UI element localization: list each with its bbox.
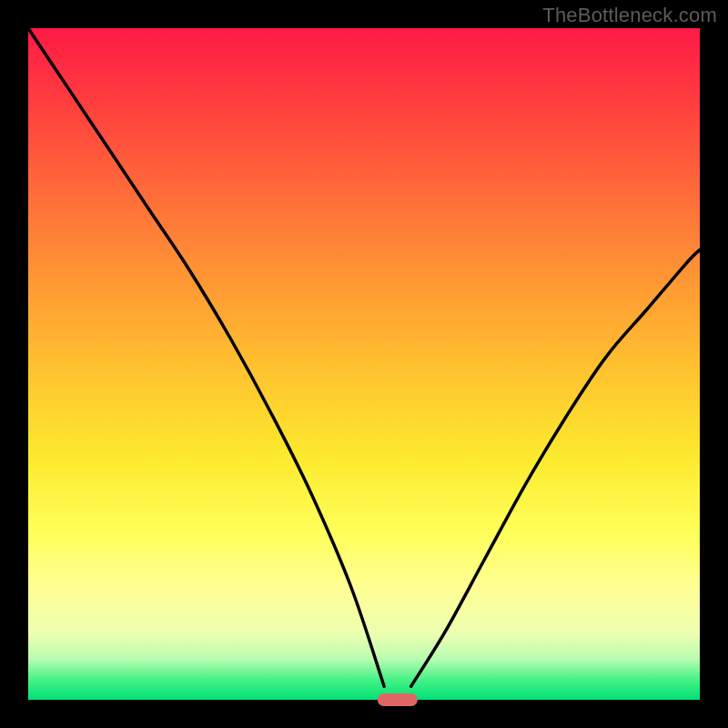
curve-layer <box>28 28 700 700</box>
chart-frame: TheBottleneck.com <box>0 0 728 728</box>
plot-area <box>28 28 700 700</box>
right-curve <box>411 250 700 687</box>
left-curve <box>28 28 384 686</box>
attribution-text: TheBottleneck.com <box>542 4 717 27</box>
bottleneck-marker <box>378 693 418 706</box>
